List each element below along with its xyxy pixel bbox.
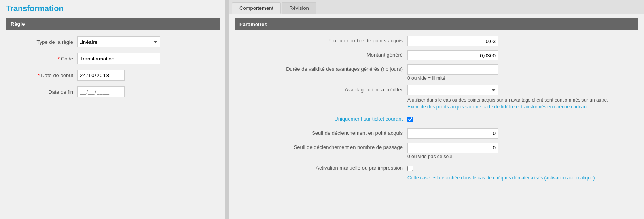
activation-label: Activation manuelle ou par impression [237, 163, 403, 171]
points-acquis-row: Pour un nombre de points acquis [235, 36, 638, 46]
seuil-passage-input[interactable] [407, 143, 498, 153]
seuil-points-value-wrapper [407, 128, 636, 139]
validite-hint: 0 ou vide = illimité [407, 76, 636, 81]
seuil-points-row: Seuil de déclenchement en point acquis [235, 128, 638, 139]
page-title: Transformation [6, 4, 220, 13]
params-section-header: Paramètres [235, 18, 638, 30]
right-content: Paramètres Pour un nombre de points acqu… [229, 14, 644, 189]
right-panel: Comportement Révision Paramètres Pour un… [229, 0, 644, 219]
seuil-points-label: Seuil de déclenchement en point acquis [237, 128, 403, 136]
validite-value-wrapper: 0 ou vide = illimité [407, 64, 636, 81]
regle-section-header: Règle [6, 18, 220, 30]
validite-input[interactable] [407, 64, 498, 75]
type-regle-group: Type de la règle Linéaire [6, 36, 220, 47]
ticket-row: Uniquement sur ticket courant [235, 114, 638, 125]
activation-note: Cette case est décochée dans le cas de c… [407, 175, 629, 181]
ticket-value-wrapper [407, 114, 636, 125]
seuil-hint: 0 ou vide pas de seuil [407, 154, 636, 159]
avantage-select[interactable] [407, 85, 498, 95]
date-fin-label: Date de fin [10, 89, 73, 95]
code-label: *Code [10, 56, 73, 62]
date-debut-required-star: * [38, 72, 40, 78]
date-debut-group: *Date de début [6, 70, 220, 81]
ticket-label: Uniquement sur ticket courant [237, 114, 403, 122]
avantage-note: A utiliser dans le cas où des points acq… [407, 97, 613, 110]
activation-row: Activation manuelle ou par impression Ce… [235, 163, 638, 181]
seuil-passage-row: Seuil de déclenchement en nombre de pass… [235, 143, 638, 159]
code-required-star: * [58, 56, 60, 62]
ticket-checkbox-wrapper [407, 114, 636, 125]
validite-label: Durée de validité des avantages générés … [237, 64, 403, 72]
date-fin-input[interactable] [77, 86, 125, 97]
ticket-checkbox[interactable] [407, 117, 413, 122]
montant-label: Montant généré [237, 50, 403, 58]
date-debut-input[interactable] [77, 70, 125, 81]
date-fin-group: Date de fin [6, 86, 220, 97]
date-debut-label: *Date de début [10, 72, 73, 78]
avantage-label: Avantage client à créditer [237, 85, 403, 93]
panel-divider [225, 0, 229, 219]
avantage-note-blue: Exemple des points acquis sur une carte … [407, 104, 588, 110]
montant-input[interactable] [407, 50, 498, 60]
type-regle-select[interactable]: Linéaire [77, 36, 160, 47]
activation-value-wrapper: Cette case est décochée dans le cas de c… [407, 163, 636, 181]
activation-checkbox[interactable] [407, 166, 413, 171]
tab-revision[interactable]: Révision [282, 2, 316, 14]
validite-row: Durée de validité des avantages générés … [235, 64, 638, 81]
type-regle-label: Type de la règle [10, 39, 73, 45]
tab-comportement[interactable]: Comportement [232, 2, 281, 14]
avantage-row: Avantage client à créditer A utiliser da… [235, 85, 638, 110]
seuil-passage-label: Seuil de déclenchement en nombre de pass… [237, 143, 403, 150]
montant-value-wrapper [407, 50, 636, 60]
seuil-passage-value-wrapper: 0 ou vide pas de seuil [407, 143, 636, 159]
activation-checkbox-wrapper [407, 163, 636, 174]
seuil-points-input[interactable] [407, 128, 498, 139]
left-panel: Transformation Règle Type de la règle Li… [0, 0, 225, 219]
montant-row: Montant généré [235, 50, 638, 60]
points-acquis-label: Pour un nombre de points acquis [237, 36, 403, 43]
points-acquis-value-wrapper [407, 36, 636, 46]
points-acquis-input[interactable] [407, 36, 498, 46]
code-input[interactable] [77, 53, 160, 64]
code-group: *Code [6, 53, 220, 64]
avantage-value-wrapper: A utiliser dans le cas où des points acq… [407, 85, 636, 110]
tabs-bar: Comportement Révision [229, 0, 644, 14]
